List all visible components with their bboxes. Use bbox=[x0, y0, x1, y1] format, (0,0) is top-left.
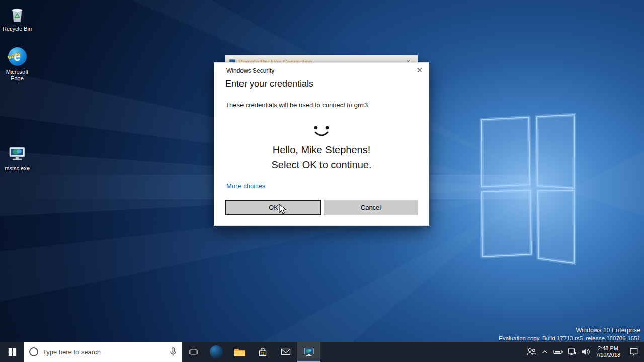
cancel-button[interactable]: Cancel bbox=[324, 200, 418, 215]
people-button[interactable] bbox=[524, 348, 538, 356]
network-icon bbox=[568, 348, 577, 356]
desktop-icon-label: Recycle Bin bbox=[0, 26, 35, 32]
more-choices-link[interactable]: More choices bbox=[226, 182, 265, 190]
start-button[interactable] bbox=[0, 342, 24, 362]
desktop-icon-microsoft-edge[interactable]: e BETA Microsoft Edge bbox=[0, 47, 35, 82]
recycle-bin-icon bbox=[7, 4, 27, 24]
windows-security-dialog: Windows Security ✕ Enter your credential… bbox=[214, 62, 429, 226]
taskbar-remote-desktop-button[interactable] bbox=[297, 342, 320, 362]
windows-hello-face-icon bbox=[310, 123, 333, 140]
clock-time: 2:48 PM bbox=[596, 345, 620, 352]
action-center-icon bbox=[629, 347, 638, 356]
desktop-icon-label: Microsoft Edge bbox=[0, 69, 35, 82]
action-center-button[interactable] bbox=[624, 347, 644, 356]
task-view-icon bbox=[189, 348, 198, 356]
taskbar-clock[interactable]: 2:48 PM 7/10/2018 bbox=[592, 345, 624, 358]
taskbar-edge-button[interactable] bbox=[205, 342, 228, 362]
windows-logo-icon bbox=[8, 348, 17, 356]
dialog-title: Windows Security bbox=[226, 67, 274, 74]
desktop-icon-recycle-bin[interactable]: Recycle Bin bbox=[0, 4, 35, 32]
hidden-icons-chevron-button[interactable] bbox=[538, 350, 551, 354]
desktop-icon-label: mstsc.exe bbox=[0, 165, 35, 172]
clock-date: 7/10/2018 bbox=[596, 352, 620, 358]
chevron-up-icon bbox=[542, 350, 548, 354]
volume-button[interactable] bbox=[579, 348, 592, 356]
battery-button[interactable] bbox=[551, 348, 565, 356]
select-ok-text: Select OK to continue. bbox=[214, 159, 429, 171]
microphone-icon bbox=[170, 347, 177, 356]
file-explorer-button[interactable] bbox=[228, 342, 251, 362]
desktop-icon-mstsc[interactable]: mstsc.exe bbox=[0, 144, 35, 172]
mail-icon bbox=[281, 348, 291, 356]
hello-user-text: Hello, Mike Stephens! bbox=[214, 144, 429, 156]
taskbar-search-box[interactable] bbox=[24, 342, 182, 362]
microphone-button[interactable] bbox=[170, 347, 177, 356]
task-view-button[interactable] bbox=[182, 342, 205, 362]
microsoft-store-button[interactable] bbox=[251, 342, 274, 362]
watermark-edition: Windows 10 Enterprise bbox=[499, 326, 640, 334]
credentials-heading: Enter your credentials bbox=[225, 79, 313, 89]
file-explorer-icon bbox=[234, 347, 246, 357]
store-icon bbox=[258, 347, 268, 357]
system-tray: 2:48 PM 7/10/2018 bbox=[524, 342, 644, 362]
remote-desktop-icon bbox=[7, 144, 27, 164]
people-icon bbox=[526, 348, 537, 356]
evaluation-watermark: Windows 10 Enterprise Evaluation copy. B… bbox=[499, 326, 640, 342]
edge-beta-icon: e BETA bbox=[7, 47, 27, 67]
credentials-description: These credentials will be used to connec… bbox=[225, 101, 370, 109]
remote-desktop-taskbar-icon bbox=[303, 347, 314, 357]
watermark-build: Evaluation copy. Build 17713.rs5_release… bbox=[499, 334, 640, 342]
battery-icon bbox=[553, 348, 564, 356]
dialog-close-button[interactable]: ✕ bbox=[416, 66, 423, 75]
ok-button[interactable]: OK bbox=[225, 200, 321, 215]
edge-icon bbox=[210, 345, 223, 358]
speaker-icon bbox=[581, 348, 590, 356]
network-button[interactable] bbox=[565, 348, 579, 356]
taskbar: 2:48 PM 7/10/2018 bbox=[0, 342, 644, 362]
cortana-icon bbox=[29, 347, 38, 356]
mail-button[interactable] bbox=[274, 342, 297, 362]
search-input[interactable] bbox=[43, 348, 165, 356]
